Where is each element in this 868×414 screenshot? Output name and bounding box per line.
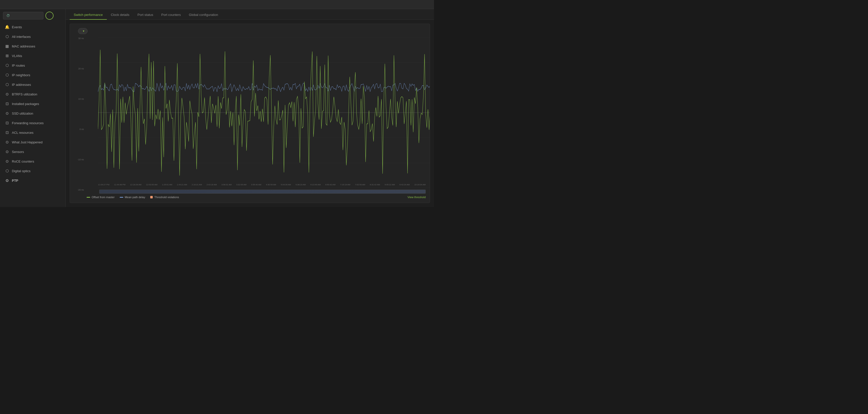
- pause-button[interactable]: [45, 11, 54, 20]
- x-tick: 8:31:42 AM: [370, 184, 380, 186]
- sidebar-item-acl-resources[interactable]: ⊡ ACL resources: [0, 128, 65, 137]
- x-tick: 2:43:16 AM: [207, 184, 217, 186]
- view-threshold-button[interactable]: View threshold: [407, 196, 426, 199]
- sidebar-item-events[interactable]: 🔔 Events: [0, 22, 65, 32]
- x-tick: 2:16:21 AM: [192, 184, 202, 186]
- sidebar-item-what-just-happened[interactable]: ⊙ What Just Happened: [0, 137, 65, 147]
- acl-resources-icon: ⊡: [5, 130, 9, 135]
- chart-svg: [98, 37, 430, 188]
- chart-plot-area: 11:09:27 PM11:44:48 PM12:18:28 AM12:53:5…: [87, 37, 426, 188]
- what-just-happened-icon: ⊙: [5, 140, 9, 145]
- chart-body: 30 ns20 ns10 ns0 ns-10 ns-20 ns 11:09:27…: [74, 37, 426, 199]
- x-tick: 7:19:19 AM: [340, 184, 350, 186]
- sidebar-item-ip-neighbors[interactable]: ⬡ IP neighbors: [0, 70, 65, 80]
- legend-label-offset-from-master: Offset from master: [92, 196, 115, 199]
- x-tick: 8:42:24 AM: [399, 184, 409, 186]
- digital-optics-icon: ⬡: [5, 169, 9, 173]
- sidebar-label-btrfs-utilization: BTRFS utilization: [12, 92, 37, 96]
- legend-item-threshold-violations: Threshold violations: [150, 196, 179, 199]
- tab-clock-details[interactable]: Clock details: [107, 10, 133, 20]
- legend-color-mean-path-delay: [120, 197, 123, 198]
- chart-container: ▾ 30 ns20 ns10 ns0 ns-10 ns-20 ns 11:09:…: [66, 20, 434, 207]
- x-tick: 9:05:22 AM: [385, 184, 395, 186]
- roce-counters-icon: ⊙: [5, 159, 9, 164]
- x-tick: 12:53:50 AM: [146, 184, 158, 186]
- tab-port-counters[interactable]: Port counters: [157, 10, 185, 20]
- y-axis-ticks: 30 ns20 ns10 ns0 ns-10 ns-20 ns: [74, 37, 85, 191]
- sidebar-label-roce-counters: RoCE counters: [12, 160, 34, 163]
- sidebar-item-ip-routes[interactable]: ⬡ IP routes: [0, 61, 65, 70]
- sidebar-label-ip-addresses: IP addresses: [12, 83, 31, 87]
- x-tick: 5:38:19 AM: [296, 184, 306, 186]
- legend-label-mean-path-delay: Mean path delay: [125, 196, 145, 199]
- y-tick: -10 ns: [78, 158, 84, 161]
- x-tick: 3:32:05 AM: [236, 184, 246, 186]
- all-interfaces-icon: ⬡: [5, 34, 9, 39]
- x-tick: 12:18:28 AM: [130, 184, 142, 186]
- tab-global-configuration[interactable]: Global configuration: [185, 10, 222, 20]
- legend-color-offset-from-master: [87, 197, 90, 198]
- sidebar-label-ip-neighbors: IP neighbors: [12, 73, 30, 77]
- x-tick: 10:16:04 AM: [414, 184, 426, 186]
- ip-neighbors-icon: ⬡: [5, 73, 9, 77]
- tab-bar: Switch performanceClock detailsPort stat…: [66, 9, 434, 20]
- sidebar-label-ptp: PTP: [12, 179, 18, 183]
- y-tick: 30 ns: [78, 37, 84, 40]
- legend-item-mean-path-delay: Mean path delay: [120, 196, 145, 199]
- sidebar-item-ssd-utilization[interactable]: ⊙ SSD utilization: [0, 108, 65, 118]
- ip-addresses-icon: ⬡: [5, 82, 9, 87]
- sidebar-item-roce-counters[interactable]: ⊙ RoCE counters: [0, 157, 65, 166]
- sidebar-label-digital-optics: Digital optics: [12, 169, 31, 173]
- sensors-icon: ⊙: [5, 150, 9, 154]
- ip-routes-icon: ⬡: [5, 63, 9, 68]
- title-bar: [0, 0, 434, 9]
- sidebar-label-ip-routes: IP routes: [12, 64, 25, 67]
- ssd-utilization-icon: ⊙: [5, 111, 9, 116]
- y-tick: 0 ns: [80, 128, 84, 130]
- sidebar-label-installed-packages: Installed packages: [12, 102, 39, 106]
- sidebar-controls: ⏱: [0, 9, 65, 22]
- sidebar-item-ptp[interactable]: ⊙ PTP: [0, 176, 65, 185]
- chart-card: ▾ 30 ns20 ns10 ns0 ns-10 ns-20 ns 11:09:…: [70, 24, 430, 203]
- sidebar-item-btrfs-utilization[interactable]: ⊙ BTRFS utilization: [0, 89, 65, 99]
- x-tick: 4:30:59 AM: [266, 184, 276, 186]
- sidebar-item-installed-packages[interactable]: ⊡ Installed packages: [0, 99, 65, 108]
- sidebar-label-vlans: VLANs: [12, 54, 22, 58]
- sidebar-item-ip-addresses[interactable]: ⬡ IP addresses: [0, 80, 65, 89]
- main-content: Switch performanceClock detailsPort stat…: [66, 9, 434, 207]
- app-layout: ⏱ 🔔 Events ⬡ All interfaces ▦ MAC addres…: [0, 9, 434, 207]
- chevron-down-icon: ▾: [83, 29, 84, 33]
- x-tick: 6:50:42 AM: [325, 184, 335, 186]
- ptp-icon: ⊙: [5, 178, 9, 183]
- sidebar-item-digital-optics[interactable]: ⬡ Digital optics: [0, 166, 65, 176]
- x-tick: 5:04:39 AM: [281, 184, 291, 186]
- x-tick: 6:13:40 AM: [311, 184, 321, 186]
- sidebar-item-sensors[interactable]: ⊙ Sensors: [0, 147, 65, 157]
- mac-addresses-icon: ▦: [5, 44, 9, 49]
- sidebar: ⏱ 🔔 Events ⬡ All interfaces ▦ MAC addres…: [0, 9, 66, 207]
- range-slider[interactable]: [99, 190, 426, 194]
- chart-legend: Offset from masterMean path delayThresho…: [87, 196, 426, 199]
- tab-switch-performance[interactable]: Switch performance: [70, 10, 107, 20]
- x-tick: 11:09:27 PM: [98, 184, 109, 186]
- sidebar-label-sensors: Sensors: [12, 150, 24, 154]
- y-tick: 20 ns: [78, 67, 84, 70]
- sidebar-label-acl-resources: ACL resources: [12, 131, 34, 134]
- sidebar-item-mac-addresses[interactable]: ▦ MAC addresses: [0, 41, 65, 51]
- sidebar-label-what-just-happened: What Just Happened: [12, 140, 42, 144]
- sidebar-item-vlans[interactable]: ⊞ VLANs: [0, 51, 65, 61]
- time-range-button[interactable]: ▾: [78, 28, 88, 34]
- legend-item-offset-from-master: Offset from master: [87, 196, 115, 199]
- now-button[interactable]: ⏱: [3, 12, 43, 20]
- sidebar-nav: 🔔 Events ⬡ All interfaces ▦ MAC addresse…: [0, 22, 65, 207]
- sidebar-label-ssd-utilization: SSD utilization: [12, 112, 33, 115]
- tab-port-status[interactable]: Port status: [133, 10, 157, 20]
- sidebar-item-forwarding-resources[interactable]: ⊡ Forwarding resources: [0, 118, 65, 128]
- forwarding-resources-icon: ⊡: [5, 121, 9, 125]
- legend-color-threshold-violations: [150, 196, 153, 198]
- clock-icon: ⏱: [6, 13, 10, 18]
- sidebar-item-all-interfaces[interactable]: ⬡ All interfaces: [0, 32, 65, 41]
- btrfs-utilization-icon: ⊙: [5, 92, 9, 96]
- x-tick: 3:55:40 AM: [251, 184, 261, 186]
- sidebar-label-forwarding-resources: Forwarding resources: [12, 121, 44, 125]
